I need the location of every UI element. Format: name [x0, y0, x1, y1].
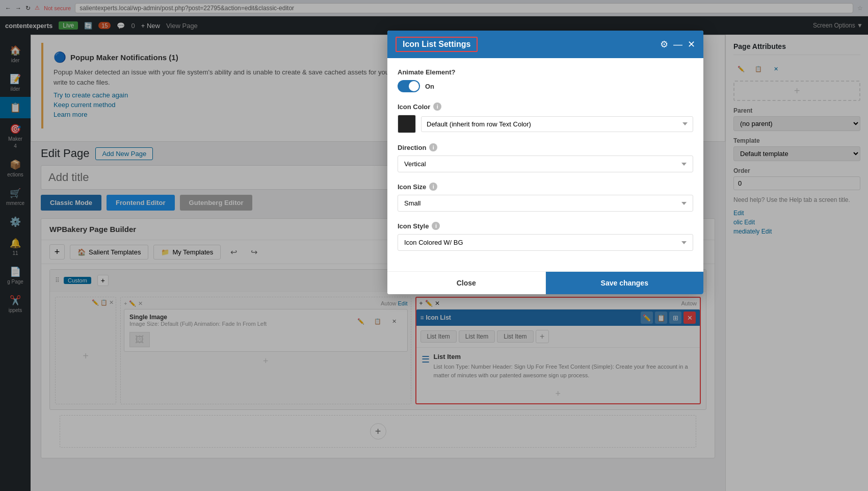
icon-size-label-text: Icon Size — [398, 183, 426, 191]
direction-select[interactable]: Vertical — [398, 156, 693, 172]
animate-label: Animate Element? — [398, 68, 693, 76]
icon-style-label: Icon Style i — [398, 222, 693, 230]
modal-title: Icon List Settings — [403, 40, 470, 48]
icon-color-info: i — [433, 102, 441, 111]
modal-header: Icon List Settings ⚙ — ✕ — [387, 31, 703, 58]
animate-field: Animate Element? On — [398, 68, 693, 92]
color-row: Default (inherit from row Text Color) — [398, 115, 693, 133]
icon-style-select[interactable]: Icon Colored W/ BG — [398, 234, 693, 251]
icon-style-info: i — [432, 222, 440, 230]
modal-gear-button[interactable]: ⚙ — [660, 39, 668, 50]
icon-size-label: Icon Size i — [398, 183, 693, 191]
icon-color-select[interactable]: Default (inherit from row Text Color) — [421, 116, 693, 132]
direction-info: i — [429, 143, 437, 151]
icon-color-field: Icon Color i Default (inherit from row T… — [398, 102, 693, 133]
modal-close-footer-button[interactable]: Close — [387, 272, 546, 294]
icon-color-label: Icon Color i — [398, 102, 693, 111]
icon-color-label-text: Icon Color — [398, 103, 430, 111]
icon-size-select[interactable]: Small — [398, 195, 693, 212]
modal-save-button[interactable]: Save changes — [546, 272, 704, 294]
color-swatch[interactable] — [398, 115, 416, 133]
animate-label-text: Animate Element? — [398, 68, 455, 76]
settings-modal: Icon List Settings ⚙ — ✕ Animate Element… — [387, 31, 703, 294]
icon-size-field: Icon Size i Small — [398, 183, 693, 212]
direction-label: Direction i — [398, 143, 693, 151]
icon-style-field: Icon Style i Icon Colored W/ BG — [398, 222, 693, 251]
icon-style-label-text: Icon Style — [398, 222, 429, 230]
modal-title-box: Icon List Settings — [396, 37, 478, 52]
modal-body: Animate Element? On Icon Color i Default… — [387, 58, 703, 271]
toggle-knob — [409, 81, 419, 91]
direction-field: Direction i Vertical — [398, 143, 693, 172]
modal-header-actions: ⚙ — ✕ — [660, 39, 695, 50]
modal-close-button[interactable]: ✕ — [688, 39, 695, 50]
animate-toggle[interactable] — [398, 80, 420, 92]
modal-footer: Close Save changes — [387, 271, 703, 294]
modal-minimize-button[interactable]: — — [673, 39, 682, 50]
direction-label-text: Direction — [398, 144, 426, 151]
toggle-row: On — [398, 80, 693, 92]
animate-on-label: On — [425, 83, 434, 90]
icon-size-info: i — [429, 183, 437, 191]
